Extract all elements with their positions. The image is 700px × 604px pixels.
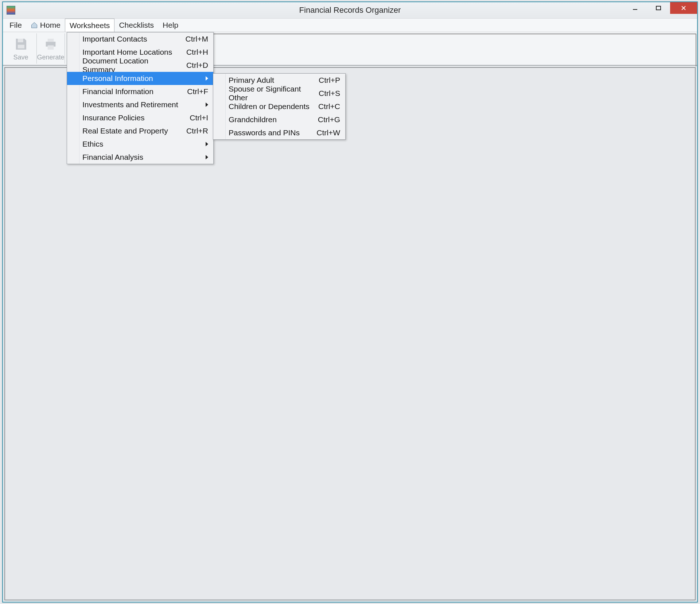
menu-file[interactable]: File bbox=[5, 19, 26, 32]
menuitem-label: Important Contacts bbox=[82, 35, 147, 43]
menuitem-label: Passwords and PINs bbox=[229, 128, 300, 137]
submenuitem-children[interactable]: Children or Dependents Ctrl+C bbox=[213, 100, 345, 113]
menuitem-label: Real Estate and Property bbox=[82, 127, 168, 135]
menuitem-label: Children or Dependents bbox=[229, 102, 310, 111]
submenuitem-spouse[interactable]: Spouse or Significant Other Ctrl+S bbox=[213, 87, 345, 100]
menuitem-shortcut: Ctrl+D bbox=[179, 61, 208, 70]
menu-checklists-label: Checklists bbox=[119, 21, 154, 30]
menuitem-insurance-policies[interactable]: Insurance Policies Ctrl+I bbox=[67, 111, 213, 124]
menuitem-label: Primary Adult bbox=[229, 76, 274, 85]
menuitem-shortcut: Ctrl+R bbox=[179, 127, 208, 135]
menuitem-label: Spouse or Significant Other bbox=[229, 85, 311, 102]
menuitem-label: Financial Information bbox=[82, 87, 153, 96]
menuitem-real-estate-and-property[interactable]: Real Estate and Property Ctrl+R bbox=[67, 124, 213, 138]
menuitem-shortcut: Ctrl+F bbox=[180, 87, 208, 96]
submenuitem-passwords[interactable]: Passwords and PINs Ctrl+W bbox=[213, 126, 345, 139]
menuitem-label: Grandchildren bbox=[229, 115, 277, 124]
menuitem-shortcut: Ctrl+H bbox=[179, 48, 208, 57]
menuitem-document-location-summary[interactable]: Document Location Summary Ctrl+D bbox=[67, 59, 213, 72]
menu-worksheets[interactable]: Worksheets bbox=[65, 19, 115, 32]
svg-rect-4 bbox=[48, 39, 54, 42]
menuitem-important-contacts[interactable]: Important Contacts Ctrl+M bbox=[67, 32, 213, 46]
svg-rect-1 bbox=[18, 39, 23, 42]
menuitem-shortcut: Ctrl+C bbox=[311, 102, 340, 111]
menubar: File Home Worksheets Checklists Help bbox=[3, 18, 697, 32]
svg-rect-0 bbox=[656, 6, 661, 10]
menu-help[interactable]: Help bbox=[158, 19, 183, 32]
menuitem-shortcut: Ctrl+G bbox=[311, 115, 340, 124]
submenu-arrow-icon bbox=[206, 76, 208, 81]
menuitem-personal-information[interactable]: Personal Information bbox=[67, 72, 213, 85]
generate-button[interactable]: Generate bbox=[36, 33, 65, 64]
menu-checklists[interactable]: Checklists bbox=[114, 19, 158, 32]
app-window: Financial Records Organizer File Home Wo… bbox=[2, 1, 698, 603]
menuitem-label: Investments and Retirement bbox=[82, 100, 178, 109]
menuitem-label: Personal Information bbox=[82, 74, 153, 83]
maximize-button[interactable] bbox=[647, 2, 670, 14]
menuitem-shortcut: Ctrl+M bbox=[178, 35, 208, 43]
menuitem-financial-information[interactable]: Financial Information Ctrl+F bbox=[67, 85, 213, 98]
menuitem-shortcut: Ctrl+P bbox=[311, 76, 340, 85]
home-icon bbox=[31, 22, 38, 29]
close-button[interactable] bbox=[670, 2, 697, 14]
worksheets-dropdown: Important Contacts Ctrl+M Important Home… bbox=[67, 32, 214, 164]
submenu-arrow-icon bbox=[206, 155, 208, 159]
save-label: Save bbox=[13, 54, 28, 61]
generate-label: Generate bbox=[37, 54, 64, 61]
menuitem-shortcut: Ctrl+I bbox=[182, 113, 208, 122]
menuitem-financial-analysis[interactable]: Financial Analysis bbox=[67, 151, 213, 164]
submenu-arrow-icon bbox=[206, 102, 208, 107]
submenuitem-grandchildren[interactable]: Grandchildren Ctrl+G bbox=[213, 113, 345, 126]
menuitem-investments-and-retirement[interactable]: Investments and Retirement bbox=[67, 98, 213, 111]
printer-icon bbox=[43, 37, 58, 51]
menu-home-label: Home bbox=[40, 21, 61, 30]
save-button[interactable]: Save bbox=[7, 33, 35, 64]
menuitem-label: Ethics bbox=[82, 140, 103, 148]
app-icon bbox=[7, 6, 15, 15]
menuitem-label: Insurance Policies bbox=[82, 113, 144, 122]
menuitem-shortcut: Ctrl+S bbox=[311, 89, 340, 98]
menuitem-shortcut: Ctrl+W bbox=[309, 128, 340, 137]
close-icon bbox=[681, 5, 687, 11]
personal-information-submenu: Primary Adult Ctrl+P Spouse or Significa… bbox=[213, 73, 346, 140]
svg-rect-2 bbox=[18, 45, 24, 49]
minimize-icon bbox=[632, 5, 638, 11]
svg-rect-5 bbox=[48, 45, 54, 50]
menuitem-ethics[interactable]: Ethics bbox=[67, 138, 213, 151]
menu-file-label: File bbox=[9, 21, 22, 30]
menu-home[interactable]: Home bbox=[26, 19, 65, 32]
menuitem-label: Financial Analysis bbox=[82, 153, 143, 162]
menuitem-label: Important Home Locations bbox=[82, 48, 172, 57]
menu-help-label: Help bbox=[163, 21, 178, 30]
maximize-icon bbox=[656, 5, 661, 11]
menuitem-label: Document Location Summary bbox=[82, 57, 179, 74]
menu-worksheets-label: Worksheets bbox=[70, 21, 110, 30]
minimize-button[interactable] bbox=[623, 2, 647, 14]
save-icon bbox=[13, 37, 28, 51]
window-title: Financial Records Organizer bbox=[299, 5, 401, 15]
submenu-arrow-icon bbox=[206, 142, 208, 146]
titlebar: Financial Records Organizer bbox=[3, 2, 697, 18]
window-controls bbox=[623, 2, 697, 14]
